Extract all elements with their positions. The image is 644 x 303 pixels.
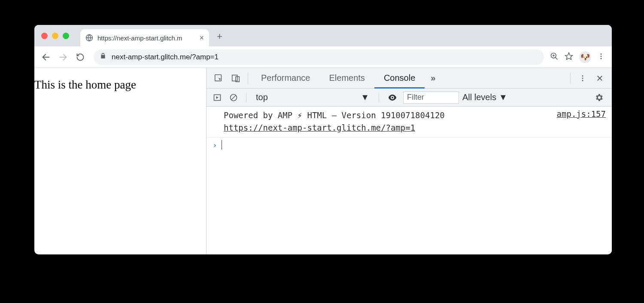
forward-button[interactable] <box>56 50 70 64</box>
console-sidebar-toggle-icon[interactable] <box>211 89 224 106</box>
text-cursor <box>222 140 222 150</box>
page-body-text: This is the home page <box>34 78 136 91</box>
page-viewport: This is the home page <box>34 68 206 254</box>
globe-icon <box>85 34 93 42</box>
tab-strip: https://next-amp-start.glitch.m × + <box>34 25 612 46</box>
reload-button[interactable] <box>73 50 88 64</box>
browser-tab[interactable]: https://next-amp-start.glitch.m × <box>80 29 209 46</box>
svg-line-4 <box>556 57 558 59</box>
chevron-down-icon: ▼ <box>499 92 507 102</box>
svg-point-8 <box>601 53 602 55</box>
console-settings-icon[interactable] <box>590 89 608 106</box>
bookmark-star-icon[interactable] <box>565 52 573 62</box>
chevron-down-icon: ▼ <box>361 92 369 102</box>
profile-avatar[interactable]: 🐶 <box>579 51 591 63</box>
url-text: next-amp-start.glitch.me/?amp=1 <box>112 53 538 61</box>
console-output: Powered by AMP ⚡ HTML – Version 19100718… <box>207 107 612 254</box>
svg-point-14 <box>582 75 583 77</box>
svg-rect-11 <box>215 74 222 81</box>
filter-placeholder: Filter <box>407 93 424 102</box>
back-button[interactable] <box>39 50 53 64</box>
execution-context-select[interactable]: top ▼ <box>252 92 373 102</box>
svg-marker-20 <box>216 96 219 99</box>
tab-performance[interactable]: Performance <box>252 68 320 89</box>
tab-title: https://next-amp-start.glitch.m <box>97 34 195 42</box>
separator <box>248 73 248 84</box>
tab-console[interactable]: Console <box>374 68 425 89</box>
window-controls <box>41 33 69 39</box>
svg-rect-12 <box>232 75 237 81</box>
separator <box>246 93 246 102</box>
devtools-menu-button[interactable] <box>574 70 591 87</box>
separator <box>570 73 571 84</box>
log-text-line1: Powered by AMP ⚡ HTML – Version 19100718… <box>224 110 445 120</box>
devtools-tabs-overflow[interactable]: » <box>425 68 441 89</box>
svg-point-16 <box>582 80 583 81</box>
svg-point-10 <box>601 58 602 59</box>
svg-point-15 <box>582 77 583 79</box>
window-maximize-button[interactable] <box>63 33 69 39</box>
device-toolbar-icon[interactable] <box>227 70 244 87</box>
inspect-element-icon[interactable] <box>210 70 227 87</box>
browser-window: https://next-amp-start.glitch.m × + next… <box>34 25 612 254</box>
lock-icon <box>100 52 106 61</box>
log-message: Powered by AMP ⚡ HTML – Version 19100718… <box>224 109 548 134</box>
live-expression-icon[interactable] <box>385 89 400 106</box>
console-filter-input[interactable]: Filter <box>403 92 459 104</box>
new-tab-button[interactable]: + <box>217 31 222 42</box>
prompt-caret-icon: › <box>213 141 217 150</box>
address-bar[interactable]: next-amp-start.glitch.me/?amp=1 <box>94 49 544 65</box>
browser-toolbar: next-amp-start.glitch.me/?amp=1 🐶 <box>34 46 612 68</box>
zoom-icon[interactable] <box>550 52 559 62</box>
context-label: top <box>256 92 268 102</box>
window-minimize-button[interactable] <box>52 33 58 39</box>
browser-menu-button[interactable] <box>597 52 605 62</box>
content-area: This is the home page Performance Elemen… <box>34 68 612 254</box>
devtools-panel: Performance Elements Console » <box>206 68 612 254</box>
levels-label: All levels <box>462 92 496 102</box>
svg-marker-7 <box>565 52 573 59</box>
svg-line-22 <box>231 95 236 100</box>
toolbar-actions: 🐶 <box>550 51 608 63</box>
svg-point-9 <box>601 55 602 57</box>
clear-console-icon[interactable] <box>227 89 240 106</box>
window-close-button[interactable] <box>41 33 48 39</box>
log-levels-select[interactable]: All levels ▼ <box>462 92 507 102</box>
console-log-entry[interactable]: Powered by AMP ⚡ HTML – Version 19100718… <box>207 107 612 138</box>
console-toolbar: top ▼ Filter All levels ▼ <box>207 89 612 107</box>
log-url-link[interactable]: https://next-amp-start.glitch.me/?amp=1 <box>224 123 415 132</box>
log-source-link[interactable]: amp.js:157 <box>557 109 606 134</box>
separator <box>379 93 379 102</box>
devtools-tab-bar: Performance Elements Console » <box>207 68 612 89</box>
tab-elements[interactable]: Elements <box>320 68 374 89</box>
console-input-row[interactable]: › <box>207 138 612 152</box>
tab-close-button[interactable]: × <box>199 34 204 43</box>
devtools-close-button[interactable] <box>591 70 608 87</box>
